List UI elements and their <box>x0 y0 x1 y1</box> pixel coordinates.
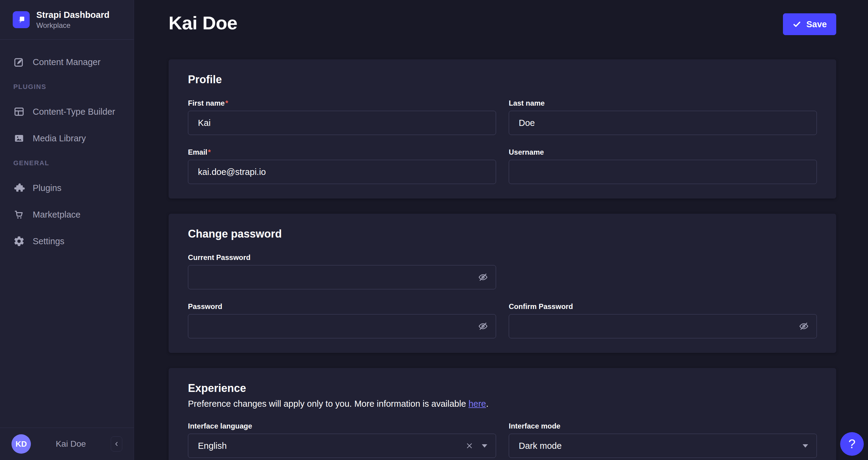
settings-icon <box>13 236 25 247</box>
workspace-name: Strapi Dashboard <box>36 10 110 20</box>
caret-down-icon <box>803 444 808 448</box>
toggle-password-visibility-button[interactable] <box>798 320 810 333</box>
last-name-label: Last name <box>509 99 817 108</box>
last-name-field: Last name <box>509 99 817 135</box>
interface-mode-field: Interface mode Dark mode Displays your i… <box>509 422 817 460</box>
profile-card: Profile First name* Last name Email* Use… <box>168 59 836 198</box>
help-button[interactable]: ? <box>840 432 864 456</box>
current-password-input[interactable] <box>188 265 496 289</box>
experience-card-title: Experience <box>188 382 817 395</box>
username-label: Username <box>509 148 817 157</box>
strapi-logo-icon <box>13 11 30 28</box>
sidebar-section-plugins: PLUGINS <box>0 75 134 98</box>
profile-card-title: Profile <box>188 73 817 86</box>
sidebar-item-label: Settings <box>33 236 64 246</box>
required-mark: * <box>225 99 228 107</box>
toggle-password-visibility-button[interactable] <box>477 320 489 333</box>
required-mark: * <box>208 148 211 156</box>
page-title: Kai Doe <box>168 12 237 34</box>
page-header: Kai Doe Save <box>168 12 836 59</box>
chevron-left-icon <box>113 441 120 447</box>
username-input[interactable] <box>509 160 817 184</box>
toggle-password-visibility-button[interactable] <box>477 271 489 283</box>
interface-mode-select[interactable]: Dark mode <box>509 434 817 458</box>
sidebar-item-plugins[interactable]: Plugins <box>0 175 134 201</box>
caret-down-icon <box>482 444 487 448</box>
sidebar-item-settings[interactable]: Settings <box>0 228 134 254</box>
first-name-field: First name* <box>188 99 496 135</box>
clear-language-button[interactable] <box>464 441 474 451</box>
sidebar-item-media-library[interactable]: Media Library <box>0 125 134 152</box>
password-fields: Current Password Password <box>188 253 817 338</box>
last-name-input[interactable] <box>509 111 817 135</box>
interface-language-select[interactable]: English <box>188 434 496 458</box>
save-button[interactable]: Save <box>783 13 836 35</box>
sidebar-item-label: Plugins <box>33 183 61 193</box>
current-password-field: Current Password <box>188 253 496 289</box>
new-password-input[interactable] <box>188 314 496 338</box>
sidebar-item-label: Media Library <box>33 133 86 144</box>
confirm-password-input[interactable] <box>509 314 817 338</box>
avatar: KD <box>11 434 31 454</box>
content-manager-icon <box>13 56 25 68</box>
current-password-label: Current Password <box>188 253 496 262</box>
experience-description: Preference changes will apply only to yo… <box>188 399 817 409</box>
more-information-link[interactable]: here <box>468 399 486 408</box>
sidebar: Strapi Dashboard Workplace Content Manag… <box>0 0 134 460</box>
sidebar-item-marketplace[interactable]: Marketplace <box>0 201 134 228</box>
eye-off-icon <box>799 321 809 331</box>
media-library-icon <box>13 132 25 144</box>
sidebar-item-label: Content-Type Builder <box>33 107 115 117</box>
username-field: Username <box>509 148 817 184</box>
sidebar-item-label: Content Manager <box>33 57 100 67</box>
content-type-builder-icon <box>13 106 25 117</box>
interface-mode-value: Dark mode <box>519 441 562 451</box>
sidebar-item-label: Marketplace <box>33 210 81 220</box>
experience-card: Experience Preference changes will apply… <box>168 368 836 460</box>
sidebar-item-content-manager[interactable]: Content Manager <box>0 49 134 75</box>
email-input[interactable] <box>188 160 496 184</box>
main-content: Kai Doe Save Profile First name* Last na… <box>134 0 868 460</box>
interface-language-value: English <box>198 441 227 451</box>
new-password-label: Password <box>188 302 496 311</box>
marketplace-icon <box>13 209 25 220</box>
email-label: Email* <box>188 148 496 157</box>
first-name-label: First name* <box>188 99 496 108</box>
experience-fields: Interface language English This will onl… <box>188 422 817 460</box>
sidebar-user-name: Kai Doe <box>36 439 106 449</box>
password-grid-spacer <box>509 253 817 289</box>
confirm-password-label: Confirm Password <box>509 302 817 311</box>
eye-off-icon <box>478 321 488 331</box>
check-icon <box>792 20 801 29</box>
sidebar-item-content-type-builder[interactable]: Content-Type Builder <box>0 98 134 125</box>
workspace-text: Strapi Dashboard Workplace <box>36 10 110 30</box>
plugins-icon <box>13 182 25 194</box>
sidebar-section-general: GENERAL <box>0 152 134 175</box>
interface-language-field: Interface language English This will onl… <box>188 422 496 460</box>
change-password-title: Change password <box>188 227 817 240</box>
save-button-label: Save <box>806 19 827 29</box>
email-field: Email* <box>188 148 496 184</box>
collapse-sidebar-button[interactable] <box>111 436 122 452</box>
sidebar-nav: Content Manager PLUGINS Content-Type Bui… <box>0 40 134 428</box>
first-name-input[interactable] <box>188 111 496 135</box>
workspace-header[interactable]: Strapi Dashboard Workplace <box>0 0 134 40</box>
new-password-field: Password <box>188 302 496 338</box>
change-password-card: Change password Current Password Passwor… <box>168 214 836 353</box>
eye-off-icon <box>478 272 488 282</box>
profile-fields: First name* Last name Email* Username <box>188 99 817 184</box>
clear-x-icon <box>465 441 474 450</box>
interface-language-label: Interface language <box>188 422 496 431</box>
sidebar-user-footer: KD Kai Doe <box>0 428 134 460</box>
workspace-plan: Workplace <box>36 21 110 30</box>
interface-mode-label: Interface mode <box>509 422 817 431</box>
confirm-password-field: Confirm Password <box>509 302 817 338</box>
